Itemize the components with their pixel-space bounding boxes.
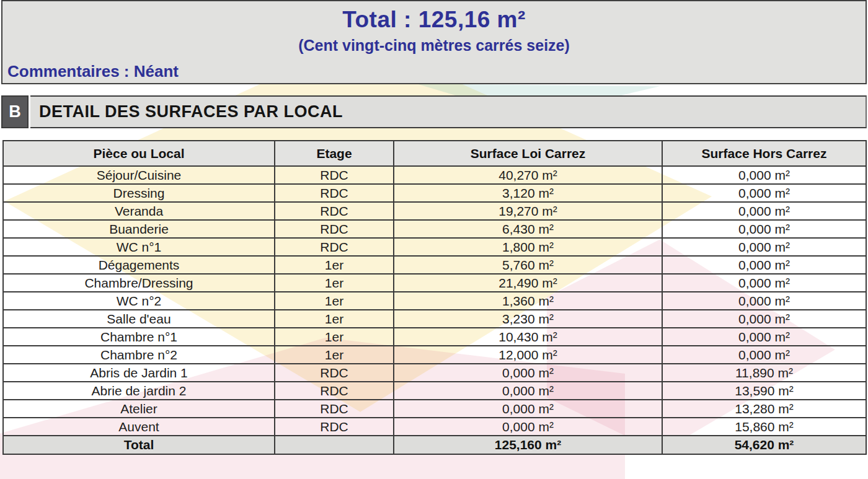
cell-etage: 1er [275,256,394,274]
table-row: AtelierRDC0,000 m²13,280 m² [3,400,866,418]
cell-etage: 1er [275,274,394,292]
cell-surface-hors-carrez: 13,280 m² [662,400,866,418]
table-header-row: Pièce ou LocalEtageSurface Loi CarrezSur… [3,141,866,166]
section-title: DETAIL DES SURFACES PAR LOCAL [30,95,867,128]
cell-surface-loi-carrez: 1,360 m² [394,292,662,310]
table-row: Chambre/Dressing1er21,490 m²0,000 m² [3,274,866,292]
cell-surface-hors-carrez: 0,000 m² [662,346,866,364]
cell-etage: 1er [275,346,394,364]
cell-piece-ou-local: Salle d'eau [3,310,275,328]
cell-etage: 1er [275,292,394,310]
cell-etage: RDC [275,166,394,184]
table-row: Séjour/CuisineRDC40,270 m²0,000 m² [3,166,866,184]
table-row: Chambre n°11er10,430 m²0,000 m² [3,328,866,346]
cell-etage: RDC [275,382,394,400]
cell-surface-hors-carrez: 11,890 m² [662,364,866,382]
cell-etage: RDC [275,220,394,238]
cell-surface-loi-carrez: 0,000 m² [394,382,662,400]
cell-surface-hors-carrez: 0,000 m² [662,328,866,346]
cell-piece-ou-local: Buanderie [3,220,275,238]
table-header: Pièce ou LocalEtageSurface Loi CarrezSur… [3,141,866,166]
table-row: Abris de Jardin 1RDC0,000 m²11,890 m² [3,364,866,382]
cell-piece-ou-local: Chambre n°2 [3,346,275,364]
cell-surface-loi-carrez: 12,000 m² [394,346,662,364]
cell-surface-loi-carrez: 0,000 m² [394,418,662,436]
total-summary-box: Total : 125,16 m² (Cent vingt-cinq mètre… [1,0,867,84]
cell-surface-hors-carrez: 0,000 m² [662,256,866,274]
cell-surface-loi-carrez: 0,000 m² [394,400,662,418]
cell-piece-ou-local: Séjour/Cuisine [3,166,275,184]
cell-etage: RDC [275,238,394,256]
cell-surface-loi-carrez: 125,160 m² [394,436,662,454]
cell-piece-ou-local: Abris de Jardin 1 [3,364,275,382]
cell-piece-ou-local: Dégagements [3,256,275,274]
cell-surface-loi-carrez: 6,430 m² [394,220,662,238]
cell-surface-loi-carrez: 19,270 m² [394,202,662,220]
cell-surface-hors-carrez: 0,000 m² [662,274,866,292]
table-row: VerandaRDC19,270 m²0,000 m² [3,202,866,220]
cell-surface-hors-carrez: 0,000 m² [662,310,866,328]
column-header-surface-hors-carrez: Surface Hors Carrez [662,141,866,166]
cell-piece-ou-local: Total [3,436,275,454]
cell-surface-loi-carrez: 0,000 m² [394,364,662,382]
table-row: BuanderieRDC6,430 m²0,000 m² [3,220,866,238]
cell-piece-ou-local: Veranda [3,202,275,220]
cell-surface-hors-carrez: 0,000 m² [662,184,866,202]
cell-surface-hors-carrez: 0,000 m² [662,220,866,238]
table-row: WC n°21er1,360 m²0,000 m² [3,292,866,310]
cell-etage: 1er [275,310,394,328]
comments-line: Commentaires : Néant [7,62,179,81]
table-row: Chambre n°21er12,000 m²0,000 m² [3,346,866,364]
table-body: Séjour/CuisineRDC40,270 m²0,000 m²Dressi… [3,166,866,454]
document-page: Total : 125,16 m² (Cent vingt-cinq mètre… [0,0,868,479]
cell-surface-loi-carrez: 40,270 m² [394,166,662,184]
cell-piece-ou-local: WC n°2 [3,292,275,310]
table-row: DressingRDC3,120 m²0,000 m² [3,184,866,202]
cell-piece-ou-local: Abrie de jardin 2 [3,382,275,400]
surfaces-table: Pièce ou LocalEtageSurface Loi CarrezSur… [2,140,867,455]
column-header-piece-ou-local: Pièce ou Local [3,141,275,166]
cell-piece-ou-local: Chambre n°1 [3,328,275,346]
cell-surface-loi-carrez: 10,430 m² [394,328,662,346]
cell-surface-hors-carrez: 54,620 m² [662,436,866,454]
cell-etage: RDC [275,364,394,382]
cell-etage: RDC [275,184,394,202]
cell-piece-ou-local: WC n°1 [3,238,275,256]
cell-piece-ou-local: Auvent [3,418,275,436]
table-row: Abrie de jardin 2RDC0,000 m²13,590 m² [3,382,866,400]
cell-piece-ou-local: Atelier [3,400,275,418]
cell-etage: RDC [275,418,394,436]
cell-surface-loi-carrez: 21,490 m² [394,274,662,292]
cell-etage [275,436,394,454]
cell-etage: 1er [275,328,394,346]
table-row: Dégagements1er5,760 m²0,000 m² [3,256,866,274]
section-letter-badge: B [1,95,29,128]
section-header: B DETAIL DES SURFACES PAR LOCAL [1,95,867,128]
cell-surface-loi-carrez: 3,230 m² [394,310,662,328]
table-row: Salle d'eau1er3,230 m²0,000 m² [3,310,866,328]
column-header-etage: Etage [275,141,394,166]
cell-surface-loi-carrez: 5,760 m² [394,256,662,274]
total-surface-in-words: (Cent vingt-cinq mètres carrés seize) [2,37,866,55]
cell-surface-loi-carrez: 1,800 m² [394,238,662,256]
table-row: AuventRDC0,000 m²15,860 m² [3,418,866,436]
cell-surface-hors-carrez: 15,860 m² [662,418,866,436]
cell-surface-loi-carrez: 3,120 m² [394,184,662,202]
cell-surface-hors-carrez: 0,000 m² [662,166,866,184]
table-total-row: Total125,160 m²54,620 m² [3,436,866,454]
column-header-surface-loi-carrez: Surface Loi Carrez [394,141,662,166]
total-surface-title: Total : 125,16 m² [2,7,866,33]
table-row: WC n°1RDC1,800 m²0,000 m² [3,238,866,256]
cell-etage: RDC [275,202,394,220]
cell-surface-hors-carrez: 13,590 m² [662,382,866,400]
cell-surface-hors-carrez: 0,000 m² [662,202,866,220]
cell-piece-ou-local: Dressing [3,184,275,202]
cell-surface-hors-carrez: 0,000 m² [662,292,866,310]
cell-piece-ou-local: Chambre/Dressing [3,274,275,292]
cell-etage: RDC [275,400,394,418]
cell-surface-hors-carrez: 0,000 m² [662,238,866,256]
